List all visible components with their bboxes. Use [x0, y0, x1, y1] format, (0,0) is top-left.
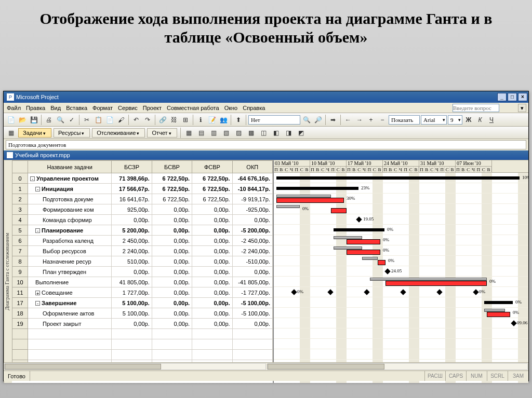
unlink-icon[interactable]: ⛓: [169, 115, 179, 125]
save-icon[interactable]: 💾: [29, 115, 39, 125]
close-button[interactable]: ×: [518, 93, 527, 101]
preview-icon[interactable]: 🔍: [55, 115, 65, 125]
t7-icon[interactable]: ◫: [259, 128, 269, 138]
expand-icon[interactable]: +: [35, 291, 40, 295]
table-row[interactable]: 11+Совещание1 727,00р.0,00р.0,00р.-1 727…: [12, 287, 273, 298]
table-row[interactable]: 4Команда сформир0,00р.0,00р.0,00р.0,00р.: [12, 215, 273, 225]
timescale-header[interactable]: 03 Май '10ПВСЧПСВ10 Май '10ПВСЧПСВ17 Май…: [274, 160, 528, 173]
font-combo[interactable]: Arial: [421, 115, 447, 125]
gantt-pane[interactable]: 03 Май '10ПВСЧПСВ10 Май '10ПВСЧПСВ17 Май…: [274, 160, 528, 383]
maximize-button[interactable]: □: [508, 93, 517, 101]
col-c1[interactable]: БСЗР: [112, 161, 152, 173]
titlebar[interactable]: P Microsoft Project _ □ ×: [4, 91, 528, 103]
arrow-left-icon[interactable]: ←: [343, 115, 353, 125]
col-c2[interactable]: БСВР: [152, 161, 192, 173]
gantt-bar[interactable]: [276, 205, 300, 208]
table-row[interactable]: 19Проект закрыт0,00р.0,00р.0,00р.0,00р.: [12, 319, 273, 329]
menu-format[interactable]: Формат: [92, 103, 113, 113]
format-painter-icon[interactable]: 🖌: [116, 115, 126, 125]
expand-icon[interactable]: -: [35, 228, 40, 233]
table-row[interactable]: 5-Планирование5 200,00р.0,00р.0,00р.-5 2…: [12, 225, 273, 236]
table-row[interactable]: 17-Завершение5 100,00р.0,00р.0,00р.-5 10…: [12, 298, 273, 308]
table-row[interactable]: 18Оформление актов5 100,00р.0,00р.0,00р.…: [12, 308, 273, 319]
tab-tracking[interactable]: Отслеживание▾: [92, 128, 145, 138]
col-name[interactable]: Название задачи: [28, 161, 112, 173]
t9-icon[interactable]: ◨: [284, 128, 294, 138]
gantt-bar[interactable]: [487, 312, 510, 317]
menu-window[interactable]: Окно: [224, 103, 238, 113]
info-icon[interactable]: ℹ: [195, 115, 206, 125]
publish-icon[interactable]: ⬆: [233, 115, 244, 125]
cut-icon[interactable]: ✂: [82, 115, 92, 125]
menu-project[interactable]: Проект: [143, 103, 162, 113]
menu-view[interactable]: Вид: [50, 103, 61, 113]
gantt-bar[interactable]: [276, 198, 344, 203]
table-row[interactable]: 7Выбор ресурсов2 240,00р.0,00р.0,00р.-2 …: [12, 246, 273, 256]
menu-edit[interactable]: Правка: [26, 103, 45, 113]
gantt-bar[interactable]: [378, 260, 385, 265]
tab-report[interactable]: Отчет▾: [147, 128, 177, 138]
notes-icon[interactable]: 📝: [207, 115, 217, 125]
tab-tasks[interactable]: Задачи▾: [18, 128, 51, 138]
gantt-bar[interactable]: [385, 281, 487, 286]
new-icon[interactable]: 📄: [6, 115, 16, 125]
open-icon[interactable]: 📂: [17, 115, 28, 125]
zoom-in-icon[interactable]: 🔍: [301, 115, 312, 125]
t6-icon[interactable]: ▩: [246, 128, 257, 138]
t3-icon[interactable]: ▥: [209, 128, 219, 138]
assign-icon[interactable]: 👥: [218, 115, 229, 125]
table-row[interactable]: 10Выполнение41 805,00р.0,00р.0,00р.-41 8…: [12, 277, 273, 287]
col-indicator[interactable]: [12, 161, 28, 173]
t8-icon[interactable]: ◧: [271, 128, 282, 138]
toggle-icon[interactable]: ▦: [6, 128, 16, 138]
paste-icon[interactable]: 📄: [104, 115, 115, 125]
redo-icon[interactable]: ↷: [142, 115, 153, 125]
horiz-scrollbar[interactable]: [4, 362, 528, 370]
tab-resources[interactable]: Ресурсы▾: [54, 128, 90, 138]
group-combo[interactable]: Нет группировки: [248, 115, 300, 125]
col-c3[interactable]: ФСВР: [192, 161, 232, 173]
gantt-bar[interactable]: [276, 187, 358, 190]
expand-icon[interactable]: -: [30, 176, 35, 181]
expand-icon[interactable]: -: [35, 187, 40, 191]
bold-button[interactable]: Ж: [463, 115, 474, 125]
underline-button[interactable]: Ч: [486, 115, 497, 125]
size-combo[interactable]: 9: [448, 115, 462, 125]
help-search-input[interactable]: [453, 104, 499, 112]
col-c4[interactable]: ОКП: [232, 161, 272, 173]
show-combo[interactable]: Показать: [389, 115, 420, 125]
menu-help[interactable]: Справка: [243, 103, 265, 113]
t10-icon[interactable]: ◩: [296, 128, 307, 138]
table-row[interactable]: 8Назначение ресур510,00р.0,00р.0,00р.-51…: [12, 256, 273, 267]
t4-icon[interactable]: ▧: [221, 128, 232, 138]
menu-insert[interactable]: Вставка: [66, 103, 87, 113]
undo-icon[interactable]: ↶: [131, 115, 141, 125]
table-row[interactable]: 0-Управление проектом71 398,66р.6 722,50…: [12, 173, 273, 184]
expand-icon[interactable]: -: [35, 301, 40, 306]
print-icon[interactable]: 🖨: [44, 115, 54, 125]
gantt-bar[interactable]: [347, 250, 380, 255]
table-pane[interactable]: Название задачи БСЗР БСВР ФСВР ОКП 0-Упр…: [12, 160, 274, 383]
plus-icon[interactable]: +: [366, 115, 376, 125]
gantt-body[interactable]: 10%23%30%0%19.050%0%0%0%24.050%0%0%0%0%0…: [274, 173, 528, 383]
goto-icon[interactable]: ➡: [328, 115, 338, 125]
help-dropdown[interactable]: ▾: [518, 104, 526, 112]
menu-tools[interactable]: Сервис: [118, 103, 138, 113]
table-row[interactable]: 1-Инициация17 566,67р.6 722,50р.6 722,50…: [12, 184, 273, 194]
doc-titlebar[interactable]: Учебный проект.mpp: [4, 150, 528, 160]
gantt-bar[interactable]: [362, 257, 378, 260]
gantt-bar[interactable]: [334, 228, 384, 231]
split-icon[interactable]: ⊞: [180, 115, 191, 125]
zoom-out-icon[interactable]: 🔎: [313, 115, 323, 125]
table-row[interactable]: 6Разработка календ2 450,00р.0,00р.0,00р.…: [12, 236, 273, 246]
gantt-bar[interactable]: [331, 208, 347, 213]
copy-icon[interactable]: 📋: [93, 115, 103, 125]
gantt-bar[interactable]: [276, 176, 520, 180]
link-icon[interactable]: 🔗: [157, 115, 168, 125]
italic-button[interactable]: К: [475, 115, 485, 125]
t1-icon[interactable]: ▦: [184, 128, 194, 138]
gantt-bar[interactable]: [484, 301, 513, 304]
minimize-button[interactable]: _: [497, 93, 507, 101]
menu-collab[interactable]: Совместная работа: [167, 103, 219, 113]
t2-icon[interactable]: ▤: [196, 128, 207, 138]
